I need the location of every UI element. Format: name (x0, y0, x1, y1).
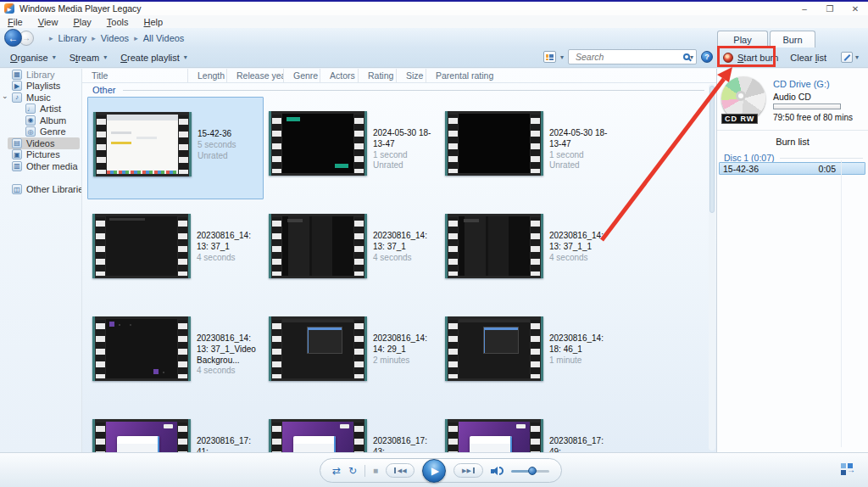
video-item[interactable]: 20230816_14: 13: 37_14 seconds (264, 199, 440, 302)
video-item[interactable]: 15-42-365 secondsUnrated (87, 97, 264, 199)
video-thumbnail (269, 214, 367, 278)
sidebar-item-music[interactable]: ⌄♪Music (0, 92, 80, 104)
menu-help[interactable]: Help (136, 15, 171, 28)
window-title: Windows Media Player Legacy (19, 3, 142, 14)
burn-list-item[interactable]: 15-42-36 0:05 (719, 162, 865, 175)
library-icon: ▦ (12, 70, 22, 80)
annotation-highlight-box (717, 46, 776, 67)
sidebar-item-pictures[interactable]: ▣Pictures (0, 149, 80, 161)
video-title: 2024-05-30 18-13-47 (549, 128, 616, 150)
column-headers: Title Length Release year Genre Actors R… (82, 69, 716, 83)
video-rating: Unrated (198, 151, 263, 162)
video-item[interactable]: 20230816_17: 43: (264, 405, 440, 452)
column-parental-rating[interactable]: Parental rating (426, 69, 504, 82)
video-item[interactable]: 20230816_14: 13: 37_1_Video Backgrou...4… (87, 302, 264, 405)
minimize-button[interactable]: – (792, 2, 817, 15)
shuffle-icon[interactable]: ⇄ (332, 466, 341, 476)
back-button[interactable]: ← (4, 29, 22, 47)
video-duration: 1 second (549, 150, 616, 161)
expand-chevron-icon[interactable]: ⌄ (2, 92, 8, 100)
switch-to-now-playing-button[interactable]: → (841, 463, 860, 476)
menu-play[interactable]: Play (65, 15, 98, 28)
scrollbar-thumb[interactable] (709, 86, 715, 213)
video-item[interactable]: 20230816_14: 14: 29_12 minutes (264, 302, 440, 405)
video-thumbnail (92, 316, 191, 381)
video-duration: 1 minute (549, 355, 616, 367)
video-item[interactable]: 2024-05-30 18-13-471 secondUnrated (440, 97, 616, 199)
video-item[interactable]: 2024-05-30 18-13-471 secondUnrated (264, 97, 440, 199)
breadcrumb-library[interactable]: Library (58, 33, 87, 43)
sidebar-item-library[interactable]: ▦Library (0, 69, 80, 81)
chevron-down-icon[interactable]: ▾ (560, 53, 564, 61)
sidebar-item-album[interactable]: ◉Album (0, 115, 80, 126)
column-rating[interactable]: Rating (359, 69, 397, 82)
sidebar-item-videos[interactable]: ▤Videos (8, 137, 80, 149)
menu-tools[interactable]: Tools (99, 15, 136, 28)
now-playing-arrow-icon: → (847, 465, 855, 474)
column-size[interactable]: Size (397, 69, 426, 82)
scrollbar[interactable] (709, 84, 715, 451)
video-title: 15-42-36 (198, 129, 263, 140)
artist-icon: ♩ (25, 104, 36, 114)
search-box: ▾ (568, 49, 697, 64)
close-button[interactable]: ✕ (843, 2, 868, 15)
video-duration: 4 seconds (373, 253, 440, 264)
chevron-down-icon: ▾ (53, 53, 56, 61)
sidebar-item-playlists[interactable]: ▶Playlists (0, 81, 80, 92)
video-item[interactable]: 20230816_17: 41: (87, 405, 264, 452)
search-icon[interactable] (683, 53, 690, 60)
video-item[interactable]: 20230816_14: 13: 37_1_14 seconds (440, 199, 616, 302)
tab-play[interactable]: Play (717, 31, 768, 48)
video-item[interactable]: 20230816_14: 13: 37_14 seconds (87, 199, 264, 302)
breadcrumb-all-videos[interactable]: All Videos (143, 33, 185, 43)
chevron-down-icon: ▾ (103, 53, 107, 61)
breadcrumb: ▸ Library ▸ Videos ▸ All Videos (49, 28, 184, 48)
burn-options-button[interactable]: ▾ (841, 51, 861, 64)
album-icon: ◉ (25, 115, 36, 126)
repeat-icon[interactable]: ↻ (348, 466, 357, 476)
menu-view[interactable]: View (31, 15, 66, 28)
control-divider (364, 465, 365, 477)
video-rating: Unrated (373, 160, 440, 171)
video-title: 20230816_14: 13: 37_1_Video Backgrou... (197, 333, 264, 366)
maximize-button[interactable]: ❐ (817, 2, 843, 15)
cd-rw-label: CD RW (721, 114, 758, 124)
clear-list-button[interactable]: Clear list (790, 53, 826, 63)
column-length[interactable]: Length (188, 69, 227, 82)
video-title: 20230816_17: 43: (373, 436, 440, 452)
next-button[interactable]: ▶▶ (453, 463, 482, 478)
search-input[interactable] (574, 51, 683, 63)
sidebar-item-other-media[interactable]: ▥Other media (0, 160, 80, 172)
organise-button[interactable]: Organise▾ (5, 49, 61, 65)
column-genre[interactable]: Genre (284, 69, 320, 82)
column-title[interactable]: Title (82, 69, 188, 82)
cd-drive-link[interactable]: CD Drive (G:) (773, 79, 830, 89)
tab-burn[interactable]: Burn (770, 31, 815, 48)
video-item[interactable]: 20230816_17: 49: (440, 405, 616, 452)
other-media-icon: ▥ (12, 161, 22, 171)
view-options-icon[interactable] (543, 51, 556, 63)
volume-icon[interactable] (491, 466, 504, 476)
sidebar-item-other-libraries[interactable]: ◫Other Libraries (0, 184, 80, 196)
playback-bar: ⇄ ↻ ■ ◀◀ ▶ ▶▶ → (0, 452, 868, 487)
volume-slider[interactable] (511, 466, 549, 476)
video-item[interactable]: 20230816_14: 18: 46_11 minute (440, 302, 616, 405)
stream-button[interactable]: Stream▾ (64, 49, 112, 65)
sidebar-item-genre[interactable]: ◎Genre (0, 126, 80, 138)
column-actors[interactable]: Actors (320, 69, 359, 82)
help-icon[interactable]: ? (701, 51, 713, 63)
column-release-year[interactable]: Release year (227, 69, 284, 82)
stop-button[interactable]: ■ (373, 466, 378, 475)
burn-list-title: Burn list (717, 137, 868, 147)
previous-button[interactable]: ◀◀ (386, 463, 415, 478)
video-thumbnail (445, 316, 543, 381)
disc-capacity-bar (773, 104, 841, 109)
play-button[interactable]: ▶ (422, 459, 446, 483)
video-duration: 5 seconds (198, 140, 263, 151)
create-playlist-button[interactable]: Create playlist▾ (115, 49, 192, 65)
breadcrumb-videos[interactable]: Videos (101, 33, 129, 43)
video-title: 20230816_14: 13: 37_1_1 (549, 231, 616, 253)
volume-slider-thumb[interactable] (528, 467, 537, 475)
menu-file[interactable]: File (0, 15, 31, 28)
sidebar-item-artist[interactable]: ♩Artist (0, 104, 80, 115)
